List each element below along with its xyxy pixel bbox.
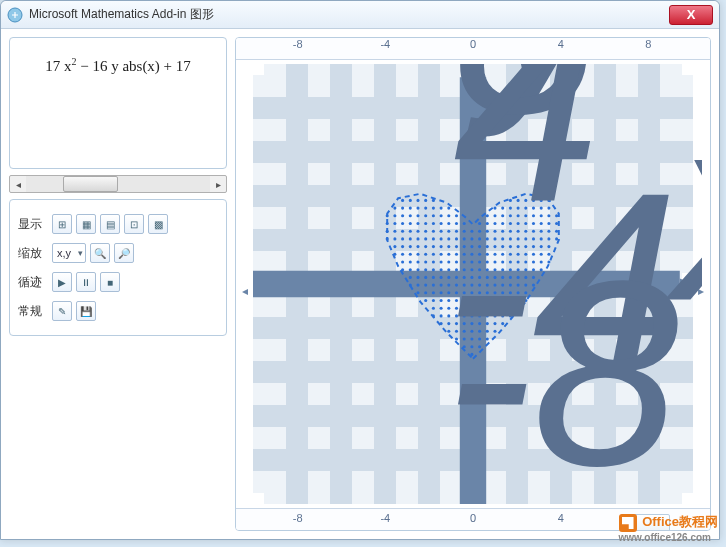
svg-point-333	[401, 199, 404, 202]
app-icon	[7, 7, 23, 23]
zoom-in-icon[interactable]: 🔍	[90, 243, 110, 263]
svg-point-231	[401, 237, 404, 240]
svg-point-131	[409, 276, 412, 279]
svg-point-152	[432, 268, 435, 271]
svg-point-234	[424, 237, 427, 240]
svg-point-214	[440, 245, 443, 248]
zoom-label: 缩放	[18, 245, 48, 262]
zoom-mode-select[interactable]: x,y	[52, 243, 86, 263]
svg-point-209	[401, 245, 404, 248]
scroll-thumb[interactable]	[63, 176, 118, 192]
svg-point-299	[401, 214, 404, 217]
svg-point-236	[440, 237, 443, 240]
trace-stop-icon[interactable]: ■	[100, 272, 120, 292]
svg-point-167	[401, 260, 404, 263]
svg-point-189	[409, 253, 412, 256]
plot-svg: x y 8 4 -4 -8	[244, 64, 702, 504]
svg-point-169	[416, 260, 419, 263]
svg-point-168	[409, 260, 412, 263]
svg-point-151	[424, 268, 427, 271]
svg-point-336	[424, 199, 427, 202]
trace-row: 循迹 ▶ ⏸ ■	[18, 269, 218, 295]
display-label: 显示	[18, 216, 48, 233]
svg-point-255	[409, 230, 412, 233]
zoom-row: 缩放 x,y 🔍 🔎	[18, 240, 218, 266]
trace-play-icon[interactable]: ▶	[52, 272, 72, 292]
save-icon[interactable]: 💾	[76, 301, 96, 321]
svg-point-101	[432, 291, 435, 294]
svg-point-318	[401, 207, 404, 210]
general-row: 常规 ✎ 💾	[18, 298, 218, 324]
svg-point-304	[440, 214, 443, 217]
grid-dots-icon[interactable]: ⊡	[124, 214, 144, 234]
svg-point-280	[424, 222, 427, 225]
titlebar[interactable]: Microsoft Mathematics Add-in 图形 X	[1, 1, 719, 29]
svg-point-302	[424, 214, 427, 217]
svg-point-303	[432, 214, 435, 217]
tick-xb-0: 0	[470, 512, 476, 524]
svg-point-133	[424, 276, 427, 279]
ruler-top: -8 -4 0 4 8	[236, 38, 710, 60]
svg-point-117	[432, 284, 435, 287]
svg-point-322	[432, 207, 435, 210]
svg-point-87	[440, 299, 443, 302]
svg-point-256	[416, 230, 419, 233]
grid-frame-icon[interactable]: ▤	[100, 214, 120, 234]
svg-point-193	[440, 253, 443, 256]
scroll-left-icon[interactable]: ◂	[10, 179, 26, 190]
svg-point-334	[409, 199, 412, 202]
svg-point-190	[416, 253, 419, 256]
controls-panel: 显示 ⊞ ▦ ▤ ⊡ ▩ 缩放 x,y 🔍 🔎 循迹 ▶ ⏸ ■	[9, 199, 227, 336]
svg-point-86	[432, 299, 435, 302]
svg-point-258	[432, 230, 435, 233]
close-button[interactable]: X	[669, 5, 713, 25]
svg-point-281	[432, 222, 435, 225]
trace-label: 循迹	[18, 274, 48, 291]
watermark-line1: Office教程网	[642, 514, 718, 529]
svg-point-116	[424, 284, 427, 287]
svg-point-254	[401, 230, 404, 233]
svg-point-115	[416, 284, 419, 287]
svg-point-132	[416, 276, 419, 279]
tick-x-neg8: -8	[293, 38, 303, 50]
svg-point-188	[401, 253, 404, 256]
equation-scrollbar[interactable]: ◂ ▸	[9, 175, 227, 193]
svg-point-99	[416, 291, 419, 294]
svg-point-85	[424, 299, 427, 302]
tick-x-4: 4	[558, 38, 564, 50]
scroll-right-icon[interactable]: ▸	[210, 179, 226, 190]
tick-x-neg4: -4	[380, 38, 390, 50]
svg-point-100	[424, 291, 427, 294]
svg-point-233	[416, 237, 419, 240]
svg-point-153	[440, 268, 443, 271]
svg-point-150	[416, 268, 419, 271]
svg-point-149	[409, 268, 412, 271]
svg-point-170	[424, 260, 427, 263]
grid-full-icon[interactable]: ▩	[148, 214, 168, 234]
tick-x-0: 0	[470, 38, 476, 50]
grid-axes-icon[interactable]: ▦	[76, 214, 96, 234]
display-row: 显示 ⊞ ▦ ▤ ⊡ ▩	[18, 211, 218, 237]
trace-pause-icon[interactable]: ⏸	[76, 272, 96, 292]
svg-point-300	[409, 214, 412, 217]
content-area: 17 x2 − 16 y abs(x) + 17 ◂ ▸ 显示 ⊞ ▦ ▤ ⊡ …	[1, 29, 719, 539]
copy-icon[interactable]: ✎	[52, 301, 72, 321]
scroll-track[interactable]	[26, 176, 210, 192]
watermark: Office教程网 www.office126.com	[619, 513, 718, 543]
zoom-out-icon[interactable]: 🔎	[114, 243, 134, 263]
svg-point-276	[393, 222, 396, 225]
plot-area[interactable]: x y 8 4 -4 -8	[244, 64, 702, 504]
svg-point-213	[432, 245, 435, 248]
grid-none-icon[interactable]: ⊞	[52, 214, 72, 234]
svg-point-317	[393, 207, 396, 210]
svg-point-171	[432, 260, 435, 263]
svg-point-301	[416, 214, 419, 217]
svg-point-321	[424, 207, 427, 210]
watermark-icon	[619, 514, 637, 532]
svg-point-323	[440, 207, 443, 210]
svg-point-282	[440, 222, 443, 225]
svg-point-277	[401, 222, 404, 225]
svg-point-253	[393, 230, 396, 233]
svg-point-335	[416, 199, 419, 202]
svg-point-191	[424, 253, 427, 256]
